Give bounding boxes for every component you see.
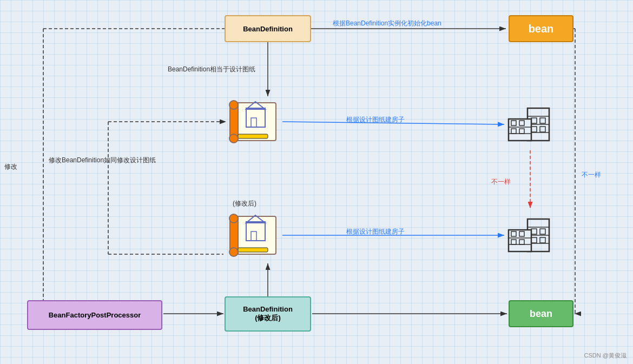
- label-not-same-left: 不一样: [491, 177, 511, 187]
- blueprint-top-icon: [227, 97, 281, 146]
- svg-rect-45: [509, 119, 531, 141]
- bean-definition-bottom-label2: (修改后): [255, 313, 281, 323]
- bean-definition-top-label: BeanDefinition: [243, 25, 293, 33]
- svg-rect-57: [540, 229, 545, 234]
- svg-rect-43: [531, 127, 537, 132]
- label-not-same-right: 不一样: [582, 170, 601, 180]
- svg-rect-44: [540, 127, 545, 132]
- label-beandefinition-blueprint: BeanDefinition相当于设计图纸: [168, 65, 255, 74]
- svg-point-27: [229, 101, 238, 109]
- svg-point-35: [229, 214, 238, 223]
- svg-point-36: [229, 248, 238, 256]
- svg-rect-60: [509, 230, 531, 252]
- label-instantiate-bean: 根据BeanDefinition实例化初始化bean: [333, 19, 441, 28]
- house-top-icon: [506, 100, 555, 149]
- canvas: BeanDefinition bean: [0, 0, 633, 364]
- watermark: CSDN @黄俊滋: [584, 352, 627, 360]
- label-modify-beandefinition: 修改BeanDefinition如同修改设计图纸: [49, 156, 156, 165]
- bean-definition-bottom-node: BeanDefinition (修改后): [225, 296, 311, 332]
- svg-rect-26: [238, 134, 268, 138]
- label-modify-left: 修改: [4, 162, 17, 171]
- bean-green-node: bean: [509, 300, 573, 327]
- label-build-house-top: 根据设计图纸建房子: [346, 115, 405, 124]
- bfpp-node: BeanFactoryPostProcessor: [27, 300, 162, 330]
- blueprint-bottom-icon: [227, 211, 281, 260]
- house-bottom-icon: [506, 211, 555, 260]
- bean-definition-bottom-label1: BeanDefinition: [243, 305, 293, 313]
- label-blueprint-after: (修改后): [233, 199, 256, 208]
- bean-orange-node: bean: [509, 15, 573, 42]
- bfpp-label: BeanFactoryPostProcessor: [49, 311, 141, 319]
- svg-point-28: [229, 134, 238, 143]
- bean-definition-top-node: BeanDefinition: [225, 15, 311, 42]
- svg-rect-41: [531, 118, 537, 123]
- svg-rect-42: [540, 118, 545, 123]
- svg-rect-58: [531, 237, 537, 243]
- svg-rect-56: [531, 229, 537, 234]
- bean-orange-label: bean: [529, 23, 554, 35]
- svg-rect-59: [540, 237, 545, 243]
- label-build-house-bottom: 根据设计图纸建房子: [346, 227, 405, 236]
- svg-rect-34: [238, 248, 268, 252]
- bean-green-label: bean: [530, 308, 552, 320]
